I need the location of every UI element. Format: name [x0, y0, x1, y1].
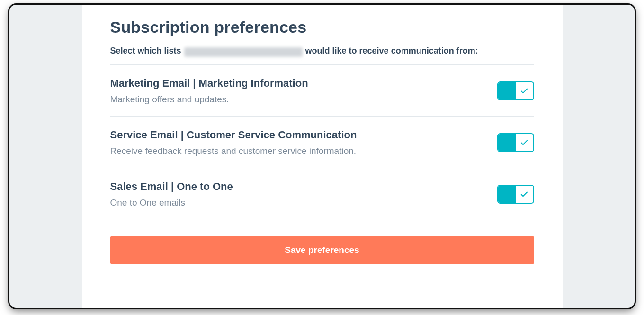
- save-preferences-button[interactable]: Save preferences: [110, 236, 534, 264]
- preference-description: Marketing offers and updates.: [110, 94, 486, 105]
- preference-description: Receive feedback requests and customer s…: [110, 146, 486, 156]
- toggle-fill: [498, 186, 516, 203]
- app-window: Subscription preferences Select which li…: [9, 5, 635, 308]
- preference-title: Sales Email | One to One: [110, 180, 486, 193]
- preference-row-marketing: Marketing Email | Marketing Information …: [110, 65, 534, 116]
- preference-title: Marketing Email | Marketing Information: [110, 77, 486, 90]
- preference-text: Sales Email | One to One One to One emai…: [110, 180, 497, 208]
- check-icon: [515, 82, 533, 99]
- subtitle-prefix: Select which lists: [110, 46, 181, 56]
- subtitle: Select which lists would like to receive…: [110, 46, 534, 56]
- check-icon: [515, 186, 533, 203]
- toggle-sales[interactable]: [497, 185, 534, 204]
- toggle-service[interactable]: [497, 133, 534, 152]
- toggle-marketing[interactable]: [497, 81, 534, 100]
- subtitle-suffix: would like to receive communication from…: [305, 46, 478, 56]
- preference-text: Service Email | Customer Service Communi…: [110, 129, 497, 156]
- preference-text: Marketing Email | Marketing Information …: [110, 77, 497, 105]
- preferences-panel: Subscription preferences Select which li…: [82, 5, 563, 308]
- check-icon: [515, 134, 533, 151]
- preference-title: Service Email | Customer Service Communi…: [110, 129, 486, 141]
- preference-description: One to One emails: [110, 198, 486, 208]
- preference-row-service: Service Email | Customer Service Communi…: [110, 117, 534, 168]
- redacted-email: [184, 47, 303, 57]
- toggle-fill: [498, 134, 516, 151]
- toggle-fill: [498, 82, 516, 99]
- preference-row-sales: Sales Email | One to One One to One emai…: [110, 168, 534, 219]
- page-title: Subscription preferences: [110, 18, 534, 36]
